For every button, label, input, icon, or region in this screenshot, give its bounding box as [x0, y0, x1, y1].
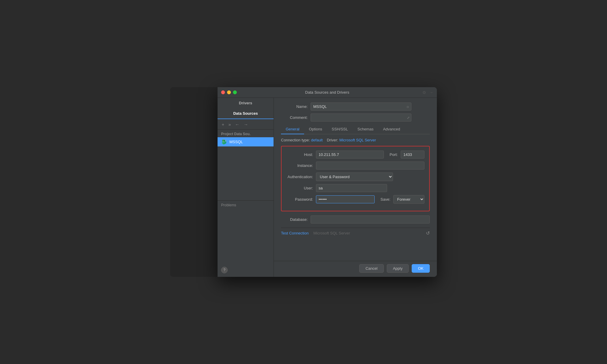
maximize-button[interactable]	[233, 90, 237, 94]
auth-row: Authentication: User & Password No auth …	[286, 173, 424, 181]
tab-drivers[interactable]: Drivers	[218, 98, 274, 108]
tab-options[interactable]: Options	[304, 124, 327, 134]
conn-type-value[interactable]: default	[311, 138, 323, 142]
cancel-button[interactable]: Cancel	[359, 264, 384, 273]
instance-input[interactable]	[316, 162, 424, 170]
auth-select[interactable]: User & Password No auth LDAP	[316, 173, 393, 181]
host-input[interactable]	[316, 151, 384, 159]
tab-advanced[interactable]: Advanced	[378, 124, 405, 134]
data-sources-dialog: Data Sources and Drivers ⚙ − Drivers Dat…	[218, 87, 437, 277]
port-label: Port:	[390, 152, 398, 157]
host-row: Host: Port:	[286, 151, 424, 159]
nav-tabs: Drivers Data Sources	[218, 98, 274, 119]
window-title: Data Sources and Drivers	[305, 90, 349, 95]
user-row: User:	[286, 184, 424, 192]
tab-schemas[interactable]: Schemas	[353, 124, 378, 134]
more-button[interactable]: »	[227, 121, 232, 127]
password-label: Password:	[286, 197, 313, 202]
minus-button[interactable]: −	[430, 90, 433, 95]
database-row: Database:	[281, 215, 430, 223]
save-label: Save:	[381, 197, 390, 202]
expand-corner-icon: ⤢	[407, 116, 410, 120]
nav-panel: Drivers Data Sources + » ← → Project Dat…	[218, 98, 274, 277]
test-connection-row: Test Connection Microsoft SQL Server ↺	[281, 228, 430, 238]
ide-sidebar-icon	[170, 90, 218, 94]
driver-label: Driver:	[327, 138, 338, 142]
database-label: Database:	[281, 217, 308, 222]
apply-button[interactable]: Apply	[387, 264, 409, 273]
port-input[interactable]	[401, 151, 424, 159]
circle-icon: ○	[407, 104, 409, 109]
problems-section: Problems	[218, 200, 274, 210]
content-panel: Name: ○ Comment: ⤢	[274, 98, 437, 277]
help-button[interactable]: ?	[221, 267, 228, 273]
test-conn-driver: Microsoft SQL Server	[313, 231, 350, 235]
traffic-lights	[221, 90, 237, 94]
password-input[interactable]	[316, 195, 375, 203]
mssql-icon: 🐉	[221, 139, 227, 145]
tab-sshssl[interactable]: SSH/SSL	[327, 124, 353, 134]
refresh-icon[interactable]: ↺	[426, 230, 430, 236]
auth-label: Authentication:	[286, 175, 313, 179]
comment-row: Comment: ⤢	[281, 114, 430, 122]
password-row: Password: Save: Forever Until restart Ne…	[286, 195, 424, 204]
back-button[interactable]: ←	[234, 121, 241, 127]
title-bar: Data Sources and Drivers ⚙ −	[218, 87, 437, 98]
tab-general[interactable]: General	[281, 124, 304, 134]
forward-button[interactable]: →	[242, 121, 249, 127]
user-input[interactable]	[316, 184, 387, 192]
name-label: Name:	[281, 104, 308, 109]
credentials-section: Host: Port: Instance: Authenticatio	[281, 146, 430, 211]
comment-label: Comment:	[281, 115, 308, 120]
ok-button[interactable]: OK	[412, 264, 430, 273]
datasource-item-mssql[interactable]: 🐉 MSSQL	[218, 137, 274, 146]
name-row: Name: ○	[281, 103, 430, 111]
user-label: User:	[286, 186, 313, 190]
instance-row: Instance:	[286, 162, 424, 170]
host-label: Host:	[286, 152, 313, 157]
tab-datasources[interactable]: Data Sources	[218, 108, 274, 119]
close-button[interactable]	[221, 90, 225, 94]
dialog-footer: Cancel Apply OK	[274, 261, 437, 277]
section-label: Project Data Sou.	[218, 130, 274, 137]
add-button[interactable]: +	[221, 121, 226, 127]
conn-type-label: Connection type:	[281, 138, 310, 142]
name-input[interactable]	[311, 103, 411, 111]
driver-value[interactable]: Microsoft SQL Server	[339, 138, 376, 142]
connection-type-row: Connection type: default Driver: Microso…	[281, 138, 430, 142]
nav-toolbar: + » ← →	[218, 119, 274, 130]
tabs-row: General Options SSH/SSL Schemas Advanced	[281, 124, 430, 134]
test-connection-button[interactable]: Test Connection	[281, 231, 309, 235]
instance-label: Instance:	[286, 163, 313, 168]
database-input[interactable]	[311, 215, 430, 223]
comment-input[interactable]	[311, 114, 411, 122]
gear-button[interactable]: ⚙	[422, 90, 427, 95]
save-select[interactable]: Forever Until restart Never	[393, 195, 424, 204]
datasource-item-label: MSSQL	[229, 140, 243, 144]
minimize-button[interactable]	[227, 90, 231, 94]
